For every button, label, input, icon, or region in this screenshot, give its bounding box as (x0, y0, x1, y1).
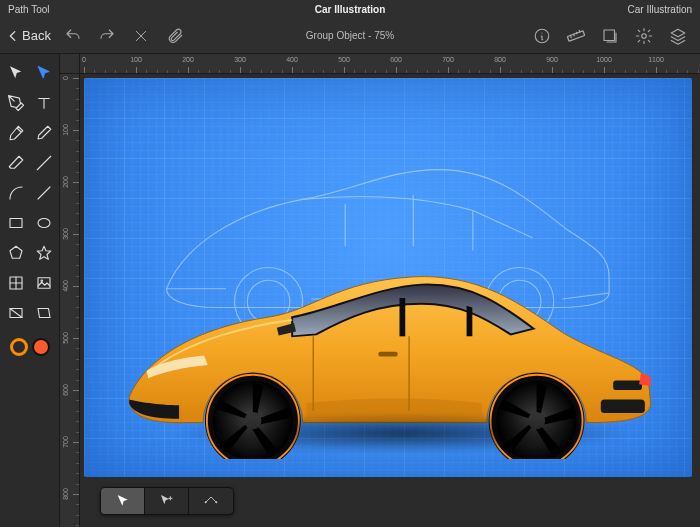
path-convert-point-mode[interactable] (189, 488, 233, 514)
titlebar: Path Tool Car Illustration Car Illustrat… (0, 0, 700, 18)
svg-point-3 (642, 33, 647, 38)
svg-point-5 (38, 219, 50, 228)
back-button[interactable]: Back (6, 28, 51, 43)
direct-select-tool[interactable] (33, 62, 55, 84)
ellipse-tool[interactable] (33, 212, 55, 234)
text-tool[interactable] (33, 92, 55, 114)
canvas-area: 010020030040050060070080090010001100 010… (60, 54, 700, 527)
gradient-tool[interactable] (5, 302, 27, 324)
svg-rect-4 (10, 219, 22, 228)
ruler-button[interactable] (564, 24, 588, 48)
redo-button[interactable] (95, 24, 119, 48)
path-mode-bar (100, 487, 234, 515)
svg-rect-16 (378, 352, 397, 357)
top-toolbar: Back Group Object - 75% (0, 18, 700, 54)
svg-point-8 (41, 280, 43, 282)
canvas[interactable] (80, 74, 700, 527)
svg-rect-14 (613, 380, 642, 390)
app-root: Path Tool Car Illustration Car Illustrat… (0, 0, 700, 527)
eraser-tool[interactable] (5, 152, 27, 174)
brush-tool[interactable] (5, 122, 27, 144)
main-area: 010020030040050060070080090010001100 010… (0, 54, 700, 527)
move-tool[interactable] (5, 62, 27, 84)
document-title: Car Illustration (0, 4, 700, 15)
star-tool[interactable] (33, 242, 55, 264)
back-label: Back (22, 28, 51, 43)
polygon-tool[interactable] (5, 242, 27, 264)
blueprint-background (84, 78, 692, 477)
pen-tool[interactable] (5, 92, 27, 114)
artboards-button[interactable] (598, 24, 622, 48)
knife-tool[interactable] (33, 152, 55, 174)
arc-tool[interactable] (5, 182, 27, 204)
close-button[interactable] (129, 24, 153, 48)
info-button[interactable] (530, 24, 554, 48)
color-swatches (10, 338, 50, 356)
rectangle-tool[interactable] (5, 212, 27, 234)
path-select-mode[interactable] (101, 488, 145, 514)
grid-tool[interactable] (5, 272, 27, 294)
svg-rect-7 (38, 278, 50, 289)
pencil-tool[interactable] (33, 122, 55, 144)
layers-button[interactable] (666, 24, 690, 48)
svg-rect-15 (601, 400, 645, 413)
shear-tool[interactable] (33, 302, 55, 324)
settings-button[interactable] (632, 24, 656, 48)
attachment-button[interactable] (163, 24, 187, 48)
path-add-point-mode[interactable] (145, 488, 189, 514)
svg-rect-2 (604, 30, 615, 41)
image-tool[interactable] (33, 272, 55, 294)
svg-point-26 (215, 501, 217, 503)
fill-swatch[interactable] (32, 338, 50, 356)
line-tool[interactable] (33, 182, 55, 204)
ruler-horizontal[interactable]: 010020030040050060070080090010001100 (80, 54, 700, 74)
ruler-vertical[interactable]: 0100200300400500600700800 (60, 74, 80, 527)
undo-button[interactable] (61, 24, 85, 48)
car-shadow (174, 413, 632, 453)
stroke-swatch[interactable] (10, 338, 28, 356)
car-illustration[interactable] (84, 229, 692, 459)
tool-name-label: Path Tool (8, 4, 50, 15)
document-title-right: Car Illustration (628, 4, 692, 15)
svg-point-25 (205, 501, 207, 503)
tool-palette (0, 54, 60, 527)
ruler-origin[interactable] (60, 54, 80, 74)
